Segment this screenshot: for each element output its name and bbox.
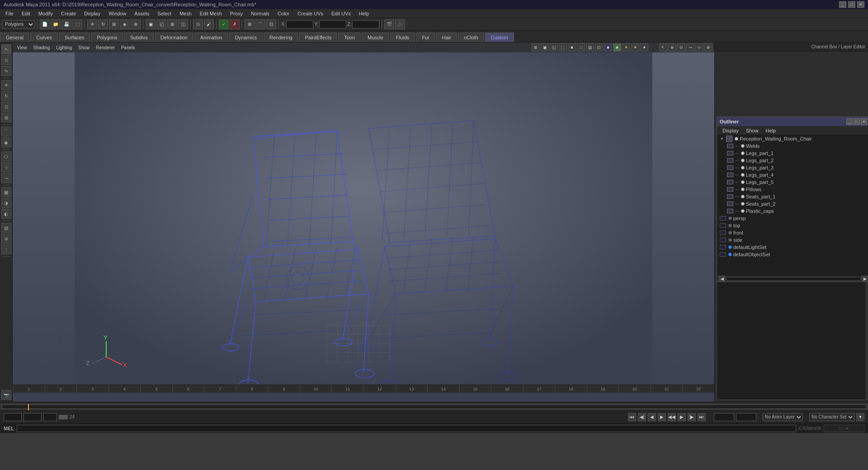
vp-icon-1[interactable]: ⊞ <box>532 43 540 52</box>
tb-snap-point-btn[interactable]: ⊡ <box>266 19 276 29</box>
time-range-bar[interactable] <box>0 402 868 410</box>
vp-icon-snap4[interactable]: ⊸ <box>686 43 694 52</box>
tab-toon[interactable]: Toon <box>338 33 361 42</box>
lt-ik-btn[interactable]: ⊸ <box>1 173 11 183</box>
pb-char-set-options-btn[interactable]: ▼ <box>856 413 864 421</box>
tb-snap-grid-btn[interactable]: ⊞ <box>245 19 255 29</box>
lt-show-hide-btn[interactable]: ◐ <box>1 209 11 219</box>
tab-painteffects[interactable]: PaintEffects <box>299 33 338 42</box>
maximize-button[interactable]: □ <box>848 1 855 8</box>
menu-edit[interactable]: Edit <box>18 10 34 17</box>
pb-next-key-btn[interactable]: |▶ <box>688 413 696 421</box>
lt-curve-btn[interactable]: ⌒ <box>1 127 11 136</box>
outliner-item-welds[interactable]: Welds <box>717 142 868 150</box>
mel-input[interactable] <box>17 425 796 432</box>
tb-confirm-btn[interactable]: ✓ <box>219 19 229 29</box>
vp-menu-panels[interactable]: Panels <box>118 44 138 51</box>
outliner-item-persp[interactable]: persp <box>717 215 868 222</box>
tb-y-input[interactable] <box>319 20 346 28</box>
tab-rendering[interactable]: Rendering <box>264 33 298 42</box>
vp-icon-light2[interactable]: ☀ <box>631 43 639 52</box>
lt-deform-btn[interactable]: ⬡ <box>1 151 11 161</box>
tb-btn9[interactable]: ⊞ <box>167 19 177 29</box>
lt-scale-btn[interactable]: ⊡ <box>1 102 11 112</box>
pb-current-frame-input[interactable]: 1 <box>43 413 57 421</box>
tab-animation[interactable]: Animation <box>194 33 228 42</box>
outliner-item-front[interactable]: front <box>717 229 868 236</box>
pb-play-btn[interactable]: ▶ <box>658 413 666 421</box>
outliner-item-legs3[interactable]: Legs_part_3 <box>717 164 868 171</box>
tab-curves[interactable]: Curves <box>30 33 58 42</box>
tb-cancel-btn[interactable]: ✗ <box>230 19 240 29</box>
lt-render-region-btn[interactable]: ▦ <box>1 187 11 197</box>
vp-icon-snap1[interactable]: ↖ <box>659 43 667 52</box>
outliner-minimize-btn[interactable]: _ <box>846 118 853 125</box>
pb-no-anim-layer-select[interactable]: No Anim Layer <box>763 413 803 421</box>
pb-start-time-input[interactable]: 1.00 <box>4 413 22 421</box>
pb-end-time-input[interactable]: 1.00 <box>24 413 42 421</box>
vp-icon-snap6[interactable]: ⊛ <box>704 43 712 52</box>
tb-btn7[interactable]: ▣ <box>146 19 156 29</box>
outliner-scroll-right[interactable]: ▶ <box>862 276 868 282</box>
vp-icon-2[interactable]: ▣ <box>541 43 549 52</box>
tb-btn8[interactable]: ◱ <box>156 19 166 29</box>
tb-render-btn[interactable]: 🎬 <box>384 19 394 29</box>
tab-general[interactable]: General <box>0 33 29 42</box>
vp-icon-7[interactable]: ▤ <box>586 43 594 52</box>
menu-file[interactable]: File <box>2 10 17 17</box>
lt-manip-btn[interactable]: ⊞ <box>1 113 11 122</box>
pb-fast-fwd-btn[interactable]: ⏭ <box>698 413 706 421</box>
pb-anim-end-input[interactable]: 48.00 <box>736 413 756 421</box>
lt-set-btn[interactable]: ⊛ <box>1 234 11 244</box>
lt-camera-btn[interactable]: 📷 <box>1 390 11 400</box>
outliner-scrollbar[interactable]: ◀ ▶ <box>717 275 868 282</box>
tb-open-btn[interactable]: 📁 <box>51 19 61 29</box>
tb-save-btn[interactable]: 💾 <box>61 19 71 29</box>
vp-menu-show[interactable]: Show <box>75 44 92 51</box>
vp-icon-snap3[interactable]: ⊙ <box>677 43 685 52</box>
outliner-content[interactable]: ▼ Reception_Waiting_Room_Chair Welds <box>717 135 868 275</box>
menu-assets[interactable]: Assets <box>131 10 153 17</box>
tab-subdivs[interactable]: Subdivs <box>124 33 154 42</box>
vp-menu-lighting[interactable]: Lighting <box>53 44 75 51</box>
lt-silouette-btn[interactable]: ◑ <box>1 198 11 208</box>
tab-fluids[interactable]: Fluids <box>390 33 415 42</box>
outliner-item-legs4[interactable]: Legs_part_4 <box>717 171 868 179</box>
outliner-menu-display[interactable]: Display <box>719 127 742 134</box>
lt-paint-btn[interactable]: ✎ <box>1 66 11 76</box>
menu-create-uvs[interactable]: Create UVs <box>294 10 327 17</box>
vp-icon-light3[interactable]: ☀ <box>640 43 648 52</box>
lt-lasso-btn[interactable]: ⊙ <box>1 55 11 65</box>
tb-scale-btn[interactable]: ⊞ <box>109 19 119 29</box>
tb-btn10[interactable]: ◫ <box>178 19 188 29</box>
tab-ncloth[interactable]: nCloth <box>458 33 484 42</box>
lt-layer-btn[interactable]: ▤ <box>1 223 11 233</box>
tb-ipr-btn[interactable]: 🎥 <box>395 19 405 29</box>
vp-icon-snap5[interactable]: ⊹ <box>695 43 703 52</box>
tb-paint-btn[interactable]: 🖌 <box>204 19 214 29</box>
lt-select-btn[interactable]: ↖ <box>1 44 11 54</box>
outliner-maximize-btn[interactable]: □ <box>854 118 860 125</box>
vp-icon-shading1[interactable]: ■ <box>604 43 612 52</box>
tb-btn5[interactable]: ◈ <box>120 19 130 29</box>
pb-play-back-btn[interactable]: ◀◀ <box>668 413 676 421</box>
outliner-menu-show[interactable]: Show <box>742 127 762 134</box>
outliner-item-legs2[interactable]: Legs_part_2 <box>717 157 868 164</box>
vp-icon-light1[interactable]: ☀ <box>622 43 630 52</box>
pb-prev-key-btn[interactable]: ◀| <box>638 413 646 421</box>
lt-rotate-btn[interactable]: ↻ <box>1 91 11 101</box>
vp-menu-view[interactable]: View <box>14 44 30 51</box>
menu-help[interactable]: Help <box>355 10 373 17</box>
close-button[interactable]: ✕ <box>857 1 864 8</box>
menu-edit-mesh[interactable]: Edit Mesh <box>196 10 226 17</box>
menu-modify[interactable]: Modify <box>35 10 57 17</box>
outliner-item-plastic[interactable]: Plastic_caps <box>717 207 868 215</box>
tab-fur[interactable]: Fur <box>416 33 435 42</box>
vp-icon-8[interactable]: ⊡ <box>595 43 603 52</box>
tb-z-input[interactable] <box>352 20 379 28</box>
menu-proxy[interactable]: Proxy <box>226 10 246 17</box>
lt-joint-btn[interactable]: ⊹ <box>1 162 11 172</box>
tb-new-btn[interactable]: 📄 <box>40 19 50 29</box>
mode-dropdown[interactable]: Polygons Surfaces Dynamics Rendering Ani… <box>2 20 35 28</box>
outliner-close-btn[interactable]: ✕ <box>861 118 867 125</box>
